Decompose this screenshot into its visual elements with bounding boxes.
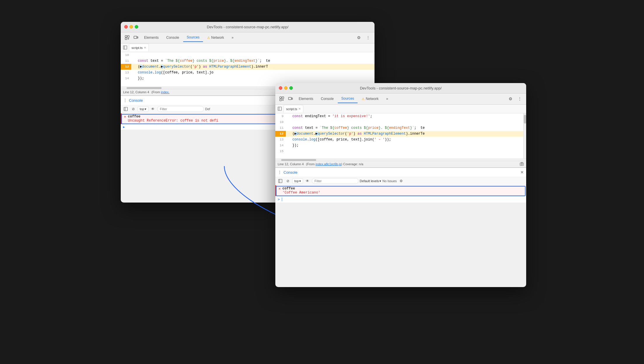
tab-elements-front[interactable]: Elements (295, 94, 317, 103)
code-area-container-front: 9 const endingText = 'it is expensive!';… (275, 113, 526, 159)
code-line-14-back: 14 }); (121, 75, 374, 81)
svg-rect-7 (137, 37, 138, 38)
tab-more-front[interactable]: » (383, 94, 392, 103)
more-icon-front[interactable]: ⋮ (516, 95, 524, 103)
chevron-down-icon-front: ▾ (299, 179, 301, 183)
filter-input-back[interactable] (157, 106, 204, 112)
expand-icon-back[interactable]: ▶ (123, 125, 125, 129)
code-line-10-back: 10 (121, 52, 374, 58)
index-link-back[interactable]: index. (161, 90, 169, 94)
console-settings-btn-front[interactable]: ⚙ (398, 178, 404, 184)
line-col-front: Line 12, Column 4 (278, 162, 304, 166)
file-tab-close-front[interactable]: ✕ (298, 107, 301, 110)
minimize-button-front[interactable] (284, 86, 288, 90)
file-tab-bar-back: script.ts ✕ (121, 43, 374, 52)
svg-rect-18 (292, 98, 293, 99)
minimize-button-back[interactable] (130, 25, 133, 29)
h-scrollbar-front[interactable] (275, 159, 526, 161)
default-levels-front[interactable]: Default levels ▾ (360, 179, 381, 183)
svg-rect-13 (282, 97, 284, 99)
file-tab-name-front: script.ts (286, 107, 297, 111)
code-line-12-front: 12 (▶document.▶querySelector('p') as HTM… (275, 131, 523, 137)
no-issues-front: No Issues (382, 179, 397, 183)
console-eye-btn-front[interactable]: 👁 (304, 178, 311, 184)
svg-rect-19 (278, 107, 281, 110)
console-title-front: Console (284, 170, 298, 175)
file-tab-bar-front: script.ts ✕ (275, 105, 526, 113)
console-title-back: Console (129, 98, 143, 103)
device-icon-back[interactable] (132, 34, 140, 42)
console-sidebar-btn-back[interactable] (123, 106, 129, 112)
console-prompt-front[interactable]: > | (275, 196, 526, 203)
filter-input-front[interactable] (312, 178, 358, 184)
tab-console-front[interactable]: Console (317, 94, 337, 103)
maximize-button-back[interactable] (135, 25, 138, 29)
file-tab-close-back[interactable]: ✕ (144, 46, 146, 49)
tab-sources-front[interactable]: Sources (338, 94, 358, 103)
tabs-actions-front: ⚙ ⋮ (506, 95, 524, 103)
tab-network-front[interactable]: ⚠ Network (358, 94, 382, 103)
tabs-row-back: Elements Console Sources ⚠ Network » ⚙ ⋮ (121, 32, 374, 43)
code-line-11-front: 11 const text = `The ${coffee} costs ${p… (275, 125, 523, 131)
scene: DevTools - consistent-source-map-pc.netl… (121, 22, 523, 342)
code-line-12-back: 12 (▶document.▶querySelector('p') as HTM… (121, 64, 374, 70)
console-clear-btn-back[interactable]: ⊘ (130, 106, 136, 112)
top-selector-front[interactable]: top ▾ (292, 178, 303, 184)
title-bar-back: DevTools - consistent-source-map-pc.netl… (121, 22, 374, 32)
tab-elements-back[interactable]: Elements (141, 33, 162, 42)
svg-rect-1 (125, 36, 127, 37)
code-area-front: 9 const endingText = 'it is expensive!';… (275, 113, 523, 159)
settings-icon-front[interactable]: ⚙ (506, 95, 514, 103)
v-scroll-thumb-front[interactable] (524, 115, 526, 124)
coffee-entry-container: ✕ coffee 'Coffee Americano' (275, 185, 526, 196)
maximize-button-front[interactable] (289, 86, 293, 90)
more-icon-back[interactable]: ⋮ (364, 34, 372, 42)
tab-console-back[interactable]: Console (163, 33, 183, 42)
console-close-btn-front[interactable]: ✕ (520, 170, 524, 175)
tab-sources-back[interactable]: Sources (183, 33, 203, 42)
screenshot-btn[interactable] (520, 162, 524, 166)
status-bar-front: Line 12, Column 4 (From index.a8c1ec6b.j… (275, 161, 526, 167)
v-scrollbar-front[interactable] (523, 113, 526, 159)
top-selector-back[interactable]: top ▾ (138, 106, 148, 112)
code-line-14-front: 14 }); (275, 143, 523, 148)
code-line-15-front: 15 (275, 148, 523, 154)
code-line-11-back: 11 const text = `The ${coffee} costs ${p… (121, 58, 374, 64)
settings-icon-back[interactable]: ⚙ (355, 34, 363, 42)
chevron-down-icon-back: ▾ (145, 107, 146, 111)
chevron-down-icon-levels: ▾ (379, 179, 381, 183)
console-eye-btn-back[interactable]: 👁 (150, 106, 156, 112)
tab-network-back[interactable]: ⚠ Network (204, 33, 228, 42)
svg-rect-17 (288, 97, 291, 100)
file-tab-script-back[interactable]: script.ts ✕ (129, 44, 149, 51)
svg-rect-10 (124, 107, 127, 111)
device-icon-front[interactable] (286, 95, 295, 103)
tab-more-back[interactable]: » (228, 33, 237, 42)
line-col-back: Line 12, Column 4 (123, 90, 149, 94)
close-button-front[interactable] (279, 86, 282, 90)
svg-rect-8 (123, 46, 127, 49)
sidebar-toggle-icon-back[interactable] (122, 44, 128, 51)
console-sidebar-btn-front[interactable] (277, 178, 284, 184)
title-bar-front: DevTools - consistent-source-map-pc.netl… (275, 83, 526, 94)
traffic-lights-back (124, 25, 138, 29)
file-tab-script-front[interactable]: script.ts ✕ (284, 105, 303, 112)
from-label-back: (From index. (151, 90, 169, 94)
sidebar-toggle-icon-front[interactable] (276, 105, 283, 112)
close-button-back[interactable] (124, 25, 128, 29)
prompt-symbol-front: > (278, 197, 280, 201)
svg-rect-6 (134, 36, 137, 38)
h-scroll-thumb-front[interactable] (281, 159, 316, 161)
h-scroll-thumb-back[interactable] (127, 87, 162, 89)
console-header-front: ⋮ Console ✕ (275, 168, 526, 177)
code-area-back: 10 11 const text = `The ${coffee} costs … (121, 52, 374, 87)
inspect-icon-front[interactable] (278, 95, 286, 103)
svg-rect-12 (280, 97, 281, 99)
inspect-icon-back[interactable] (123, 34, 131, 42)
index-link-front[interactable]: index.a8c1ec6b.js (316, 162, 341, 166)
console-clear-btn-front[interactable]: ⊘ (285, 178, 291, 184)
console-menu-icon-back[interactable]: ⋮ (123, 98, 127, 103)
console-menu-icon-front[interactable]: ⋮ (278, 170, 282, 175)
svg-point-22 (521, 163, 523, 165)
devtools-window-front: DevTools - consistent-source-map-pc.netl… (275, 83, 526, 287)
